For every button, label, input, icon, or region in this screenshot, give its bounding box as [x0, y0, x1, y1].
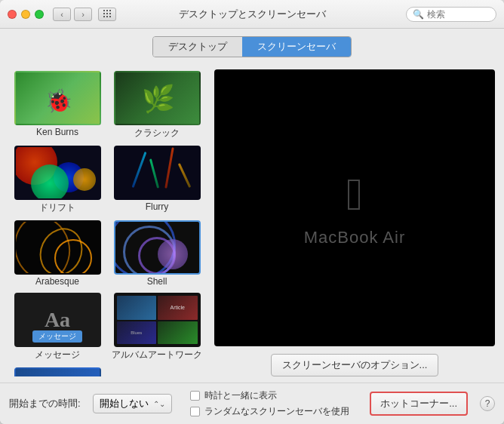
tab-desktop[interactable]: デスクトップ	[153, 37, 242, 57]
album-cell	[117, 296, 157, 320]
back-button[interactable]: ‹	[53, 8, 71, 21]
flurry-line	[164, 147, 174, 189]
grid-button[interactable]	[98, 8, 116, 21]
drift-label: ドリフト	[39, 201, 75, 214]
kenburns-label: Ken Burns	[36, 127, 78, 137]
drift-thumb	[14, 146, 101, 200]
message-thumb: Aa メッセージ	[14, 293, 101, 347]
drift-circle	[73, 168, 96, 191]
album-cell: Blues	[117, 321, 157, 345]
traffic-lights	[8, 10, 44, 19]
checkbox-row: ランダムなスクリーンセーバを使用	[190, 405, 349, 418]
album-label: アルバムアートワーク	[112, 349, 202, 361]
select-arrow-icon: ⌃⌄	[153, 400, 165, 408]
arabesque-thumb	[14, 220, 101, 275]
shell-label: Shell	[147, 276, 167, 287]
tab-bar: デスクトップ スクリーンセーバ	[0, 29, 504, 63]
preview-box[interactable]:  MacBook Air	[214, 69, 495, 346]
list-item[interactable]: ドリフト	[9, 144, 106, 216]
main-window: ‹ › デスクトップとスクリーンセーバ 🔍 デスクトップ スクリーンセーバ	[0, 0, 504, 424]
flurry-label: Flurry	[146, 201, 169, 212]
bottom-bar: 開始までの時間: 開始しない ⌃⌄ 時計と一緒に表示 ランダムなスクリーンセーバ…	[0, 383, 504, 424]
help-button[interactable]: ?	[480, 396, 495, 411]
list-item[interactable]: Flurry	[109, 144, 205, 216]
classic-thumb	[114, 71, 201, 125]
tab-group: デスクトップ スクリーンセーバ	[152, 36, 352, 57]
search-icon: 🔍	[413, 9, 424, 20]
flurry-thumb	[114, 146, 201, 200]
list-item[interactable]: Article Blues アルバムアートワーク	[109, 291, 205, 363]
grid-icon	[103, 10, 112, 18]
checkbox-row: 時計と一緒に表示	[190, 389, 349, 402]
checkboxes: 時計と一緒に表示 ランダムなスクリーンセーバを使用	[190, 389, 349, 418]
drift-circle	[31, 164, 69, 200]
shell-shape	[158, 239, 188, 269]
random-checkbox[interactable]	[190, 407, 200, 416]
tab-screensaver[interactable]: スクリーンセーバ	[242, 37, 351, 57]
hot-corner-button[interactable]: ホットコーナー...	[370, 392, 468, 416]
list-item[interactable]: クラシック	[109, 69, 205, 141]
start-time-select[interactable]: 開始しない ⌃⌄	[93, 394, 172, 413]
flurry-line	[131, 152, 146, 188]
message-aa: Aa	[45, 308, 70, 332]
arabesque-label: Arabesque	[35, 276, 79, 287]
right-panel:  MacBook Air スクリーンセーバのオプション...	[214, 69, 495, 376]
close-button[interactable]	[8, 10, 17, 19]
kotoba-thumb: graphy lexicog	[14, 367, 101, 376]
device-name: MacBook Air	[304, 228, 406, 247]
list-item[interactable]: Aa メッセージ メッセージ	[9, 291, 106, 363]
start-time-value: 開始しない	[100, 397, 149, 410]
search-input[interactable]	[427, 9, 491, 20]
album-thumb: Article Blues	[114, 293, 201, 347]
clock-checkbox[interactable]	[190, 391, 200, 401]
random-label: ランダムなスクリーンセーバを使用	[204, 405, 349, 418]
shell-thumb	[114, 220, 201, 275]
apple-logo-icon: 	[346, 168, 363, 220]
album-cell	[158, 321, 198, 345]
forward-button[interactable]: ›	[74, 8, 92, 21]
list-item[interactable]: Shell	[109, 219, 205, 288]
list-item[interactable]: Ken Burns	[9, 69, 106, 141]
message-label: メッセージ	[35, 349, 80, 361]
window-title: デスクトップとスクリーンセーバ	[179, 8, 326, 21]
flurry-line	[177, 163, 191, 188]
list-item[interactable]: graphy lexicog 今日の一言	[9, 366, 106, 376]
search-box[interactable]: 🔍	[406, 7, 496, 22]
maximize-button[interactable]	[35, 10, 44, 19]
nav-buttons: ‹ ›	[53, 8, 92, 21]
titlebar: ‹ › デスクトップとスクリーンセーバ 🔍	[0, 0, 504, 29]
minimize-button[interactable]	[21, 10, 30, 19]
screensaver-list: Ken Burns クラシック ドリフト	[9, 69, 205, 376]
screensaver-grid: Ken Burns クラシック ドリフト	[9, 69, 205, 376]
list-item[interactable]: Arabesque	[9, 219, 106, 288]
classic-label: クラシック	[134, 127, 180, 140]
flurry-line	[149, 158, 158, 188]
album-cell: Article	[158, 296, 198, 320]
message-badge: メッセージ	[32, 330, 82, 343]
main-content: Ken Burns クラシック ドリフト	[0, 63, 504, 383]
start-time-label: 開始までの時間:	[9, 397, 81, 410]
options-button[interactable]: スクリーンセーバのオプション...	[271, 354, 439, 376]
kenburns-thumb	[14, 71, 101, 125]
clock-label: 時計と一緒に表示	[204, 389, 277, 402]
